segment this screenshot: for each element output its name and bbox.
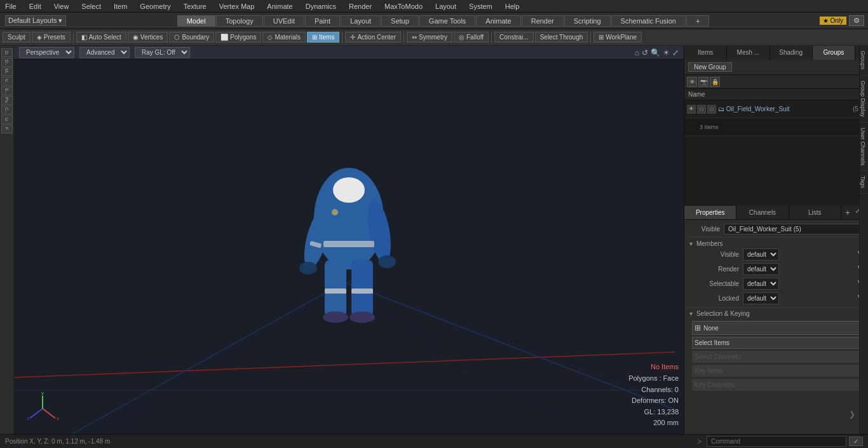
ptab-lists[interactable]: Lists [789,206,841,219]
menu-texture[interactable]: Texture [181,3,209,10]
ptab-properties[interactable]: Properties [684,206,736,219]
group-row-main[interactable]: 👁 □ □ 🗂 Oil_Field_Worker_Suit (5 ... [684,100,868,118]
menu-vertex-map[interactable]: Vertex Map [217,3,257,10]
sidebar-btn-7[interactable]: C.. [1,105,13,114]
tab-scripting[interactable]: Scripting [564,15,611,27]
rpanel-tab-shading[interactable]: Shading [770,46,813,60]
tab-game-tools[interactable]: Game Tools [419,15,476,27]
menu-geometry[interactable]: Geometry [137,3,173,10]
menu-file[interactable]: File [3,3,19,10]
ptab-channels[interactable]: Channels [736,206,789,219]
name-input[interactable] [724,224,864,234]
menu-maxtomodo[interactable]: MaxToModo [382,3,425,10]
items-button[interactable]: ⊞Items [307,32,339,43]
symmetry-button[interactable]: ⇔Symmetry [407,32,452,43]
sculpt-button[interactable]: Sculpt [3,32,31,43]
tab-uvedit[interactable]: UVEdit [264,15,304,27]
menu-help[interactable]: Help [503,3,522,10]
command-confirm-button[interactable]: ✓ [849,437,863,446]
ptab-plus[interactable]: + [841,206,854,219]
presets-button[interactable]: ◈Presets [32,32,71,43]
sidebar-btn-3[interactable]: M.. [1,67,13,76]
menu-item[interactable]: Item [111,3,130,10]
viewport-icon-expand[interactable]: ⤢ [672,48,679,57]
rpanel-tab-mesh[interactable]: Mesh ... [727,46,770,60]
ray-gl-dropdown[interactable]: Ray GL: Off [135,47,190,58]
render-select[interactable]: default [743,263,779,275]
polygons-button[interactable]: ⬜Polygons [215,32,261,43]
tab-paint[interactable]: Paint [305,15,340,27]
advanced-dropdown[interactable]: Advanced [79,47,130,58]
none-button[interactable]: ⊞ None [692,321,860,335]
menu-system[interactable]: System [466,3,495,10]
tab-layout[interactable]: Layout [341,15,381,27]
sidebar-btn-5[interactable]: E.. [1,86,13,95]
materials-button[interactable]: ◇Materials [262,32,306,43]
svg-point-22 [332,209,338,215]
viewport-icon-home[interactable]: ⌂ [635,48,639,57]
tab-setup[interactable]: Setup [381,15,419,27]
tag-groups[interactable]: Groups [860,46,868,76]
new-group-button[interactable]: New Group [688,62,732,72]
sidebar-btn-8[interactable]: U. [1,115,13,124]
rpanel-tab-groups[interactable]: Groups [813,46,855,60]
star-badge[interactable]: ★ Only [820,17,846,25]
menu-layout[interactable]: Layout [433,3,459,10]
svg-line-27 [30,409,43,418]
command-input[interactable] [707,436,846,447]
tag-tags[interactable]: Tags [860,171,868,194]
menu-dynamics[interactable]: Dynamics [303,3,339,10]
tab-animate[interactable]: Animate [476,15,520,27]
tab-add[interactable]: + [686,15,709,27]
menu-select[interactable]: Select [79,3,104,10]
vertices-button[interactable]: ◉Vertices [128,32,168,43]
select-through-button[interactable]: Select Through [535,32,588,43]
row-lock-icon[interactable]: □ [707,105,716,114]
auto-select-button[interactable]: ◧Auto Select [76,32,126,43]
selectable-select[interactable]: default [743,278,779,290]
viewport-canvas[interactable]: x z y No Items Polygons : Face Channels:… [14,60,684,434]
viewport[interactable]: Perspective Advanced Ray GL: Off ⌂ ↺ 🔍 ☀… [14,46,684,434]
perspective-dropdown[interactable]: Perspective [19,47,74,58]
menu-render[interactable]: Render [346,3,374,10]
group-row-sub: 3 Items [684,118,868,136]
tag-user-channels[interactable]: User Channels [860,123,868,172]
menu-view[interactable]: View [51,3,72,10]
gear-button[interactable]: ⚙ [849,15,864,26]
camera-icon[interactable]: 📷 [698,77,709,87]
select-channels-button[interactable]: Select Channels [692,351,860,363]
lock-icon[interactable]: 🔒 [710,77,720,87]
viewport-icon-search[interactable]: 🔍 [651,48,660,57]
sidebar-btn-1[interactable]: D. [1,48,13,57]
key-items-button[interactable]: Key Items [692,365,860,377]
tab-schematic-fusion[interactable]: Schematic Fusion [611,15,686,27]
sidebar-btn-2[interactable]: D.. [1,58,13,67]
sidebar-btn-4[interactable]: V.. [1,77,13,86]
viewport-icon-sun[interactable]: ☀ [663,48,670,57]
tab-render[interactable]: Render [522,15,564,27]
key-channels-button[interactable]: Key Channels [692,379,860,391]
select-items-button[interactable]: Select Items [692,337,860,349]
menu-animate[interactable]: Animate [264,3,295,10]
workplane-button[interactable]: ⊞WorkPlane [593,32,642,43]
rpanel-tab-items[interactable]: Items [684,46,727,60]
tab-model[interactable]: Model [177,15,215,27]
sidebar-btn-6[interactable]: Po. [1,96,13,105]
boundary-button[interactable]: ⬡Boundary [169,32,214,43]
eye-icon-1[interactable]: 👁 [687,77,697,87]
constraints-button[interactable]: Constrai... [494,32,534,43]
tab-topology[interactable]: Topology [216,15,263,27]
visible-select[interactable]: default [743,248,779,261]
layout-dropdown[interactable]: Default Layouts ▾ [5,15,66,26]
row-eye-icon[interactable]: 👁 [687,105,696,114]
panel-expand-button[interactable]: ❯ [849,410,855,419]
falloff-button[interactable]: ◎Falloff [454,32,489,43]
sidebar-btn-9[interactable]: F. [1,125,13,133]
action-center-button[interactable]: ✛Action Center [345,32,401,43]
menu-edit[interactable]: Edit [27,3,44,10]
row-cam-icon[interactable]: □ [697,105,706,114]
tag-group-display[interactable]: Group Display [860,76,868,123]
groups-list[interactable]: 👁 □ □ 🗂 Oil_Field_Worker_Suit (5 ... 3 I… [684,100,868,206]
locked-select[interactable]: default [743,292,779,304]
viewport-icon-refresh[interactable]: ↺ [642,48,648,57]
